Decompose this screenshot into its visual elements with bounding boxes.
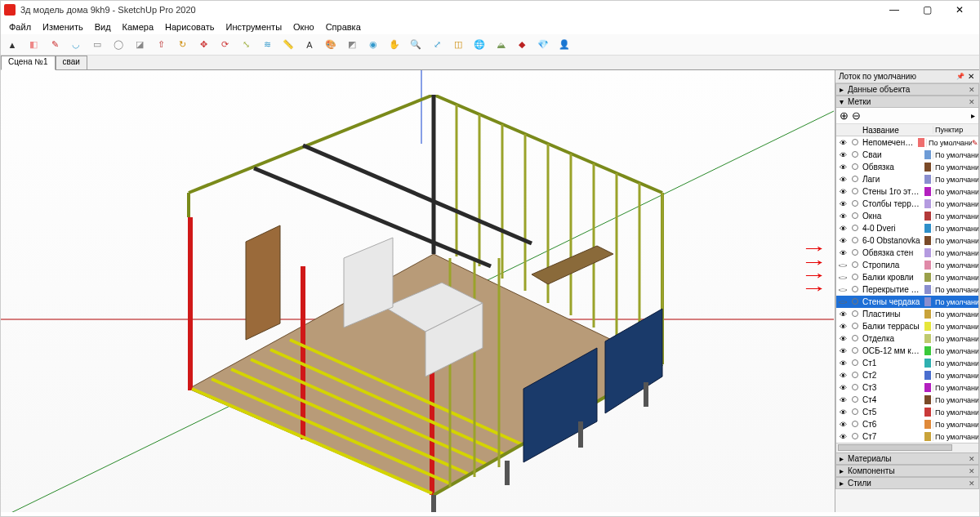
texture-icon[interactable]: ◩ [344,37,360,53]
eye-open-icon[interactable] [836,408,849,417]
tag-row[interactable]: ОкнаПо умолчанию [836,210,978,222]
tag-active-radio[interactable] [849,408,861,417]
tag-row[interactable]: Ст2По умолчанию [836,369,978,381]
tag-name[interactable]: Стены чердака [861,297,923,306]
tag-active-radio[interactable] [849,420,861,429]
scene-tab-2[interactable]: сваи [56,56,87,70]
tag-active-radio[interactable] [849,359,861,368]
tag-active-radio[interactable] [849,150,861,159]
tag-dash[interactable]: По умолчанию [933,200,978,208]
menu-tools[interactable]: Инструменты [220,21,287,33]
tag-name[interactable]: 6-0 Obstanovka [861,236,923,245]
tag-color-swatch[interactable] [924,297,931,306]
tag-active-radio[interactable] [849,395,861,404]
rotated-rect-icon[interactable]: ◪ [131,37,148,53]
tag-active-radio[interactable] [849,310,861,319]
tag-dash[interactable]: По умолчанию [933,151,978,159]
tag-name[interactable]: Непомеченные [861,138,916,147]
tag-row[interactable]: НепомеченныеПо умолчанию✎ [836,136,978,149]
tag-active-radio[interactable] [849,346,861,355]
tag-row[interactable]: Стены 1го этажаПо умолчанию [836,185,978,198]
tag-row[interactable]: Ст1По умолчанию [836,357,978,369]
offset-icon[interactable]: ≋ [259,37,275,53]
tag-active-radio[interactable] [849,334,861,343]
tag-color-swatch[interactable] [924,346,931,355]
tag-name[interactable]: Стены 1го этажа [861,187,923,196]
eye-open-icon[interactable] [836,322,849,331]
eye-open-icon[interactable] [836,334,849,343]
pin-icon[interactable]: 📌 [955,73,966,80]
eye-closed-icon[interactable] [836,285,849,294]
tag-name[interactable]: Стропила [861,261,923,270]
tag-row[interactable]: 4-0 DveriПо умолчанию [836,222,978,234]
tag-row[interactable]: СваиПо умолчанию [836,149,978,161]
tag-row[interactable]: ПластиныПо умолчанию [836,308,978,320]
select-icon[interactable]: ▲ [4,37,20,53]
eye-open-icon[interactable] [836,187,849,196]
tag-color-swatch[interactable] [918,138,924,147]
eye-open-icon[interactable] [836,224,849,233]
tag-dash[interactable]: По умолчанию [933,261,978,270]
eye-open-icon[interactable] [836,346,849,355]
dimension-icon[interactable]: A [301,37,318,53]
tag-color-swatch[interactable] [924,334,931,343]
tag-dash[interactable]: По умолчанию [933,359,978,368]
menu-view[interactable]: Вид [90,21,116,33]
tag-active-radio[interactable] [849,383,861,392]
panel-components[interactable]: ▸ Компоненты ✕ [835,465,979,477]
eye-open-icon[interactable] [836,163,849,172]
panel-entity-info[interactable]: ▸ Данные объекта ✕ [835,83,979,96]
tag-row[interactable]: ОтделкаПо умолчанию [836,332,978,345]
geolocation-icon[interactable]: 🌐 [471,37,488,53]
tag-active-radio[interactable] [849,261,861,270]
tag-color-swatch[interactable] [924,175,931,184]
tag-name[interactable]: ОСБ-12 мм конструкц [861,346,923,355]
eye-open-icon[interactable] [836,199,849,208]
tag-color-swatch[interactable] [924,224,931,233]
minimize-button[interactable]: — [878,1,911,19]
tag-row[interactable]: Ст3По умолчанию [836,381,978,394]
tag-active-radio[interactable] [849,236,861,245]
tag-active-radio[interactable] [849,322,861,331]
tag-dash[interactable]: По умолчанию [933,421,978,429]
tag-dash[interactable]: По умолчанию [933,225,978,233]
eye-open-icon[interactable] [836,371,849,380]
tag-active-radio[interactable] [849,371,861,380]
tag-active-radio[interactable] [849,224,861,233]
tag-active-radio[interactable] [849,175,861,184]
tag-dash[interactable]: По умолчанию [933,433,978,441]
pencil-icon[interactable]: ✎ [47,37,63,53]
tag-active-radio[interactable] [849,163,861,172]
tags-header-dash[interactable]: Пунктир [933,126,978,134]
eye-closed-icon[interactable] [836,297,849,306]
eye-open-icon[interactable] [836,432,849,441]
tag-name[interactable]: Перекрытие чердака [861,285,923,294]
tag-color-swatch[interactable] [924,383,931,392]
panel-close-icon[interactable]: ✕ [969,467,975,475]
tag-row[interactable]: ЛагиПо умолчанию [836,173,978,185]
tag-row[interactable]: Ст5По умолчанию [836,406,978,418]
tag-color-swatch[interactable] [924,273,931,282]
tag-dash[interactable]: По умолчанию [933,286,978,294]
tag-dash[interactable]: По умолчанию [933,347,978,355]
menu-window[interactable]: Окно [288,21,319,33]
tag-name[interactable]: Окна [861,212,923,221]
maximize-button[interactable]: ▢ [911,1,943,19]
tag-active-radio[interactable] [849,212,861,221]
arc-icon[interactable]: ◡ [68,37,84,53]
eye-closed-icon[interactable] [836,273,849,282]
tag-dash[interactable]: По умолчанию [933,237,978,245]
tag-name[interactable]: Ст3 [861,383,923,392]
tag-dash[interactable]: По умолчанию [933,310,978,319]
panel-styles[interactable]: ▸ Стили ✕ [835,477,979,489]
tag-name[interactable]: Ст1 [861,359,923,368]
tag-name[interactable]: Обвязка [861,163,923,172]
tag-row[interactable]: Перекрытие чердакаПо умолчанию [836,283,978,296]
tag-active-radio[interactable] [849,248,861,257]
tag-row[interactable]: Столбы террасыПо умолчанию [836,198,978,210]
menu-file[interactable]: Файл [4,21,36,33]
menu-camera[interactable]: Камера [118,21,158,33]
menu-help[interactable]: Справка [321,21,366,33]
tag-color-swatch[interactable] [924,310,931,319]
tag-row[interactable]: Балки террасыПо умолчанию [836,320,978,332]
